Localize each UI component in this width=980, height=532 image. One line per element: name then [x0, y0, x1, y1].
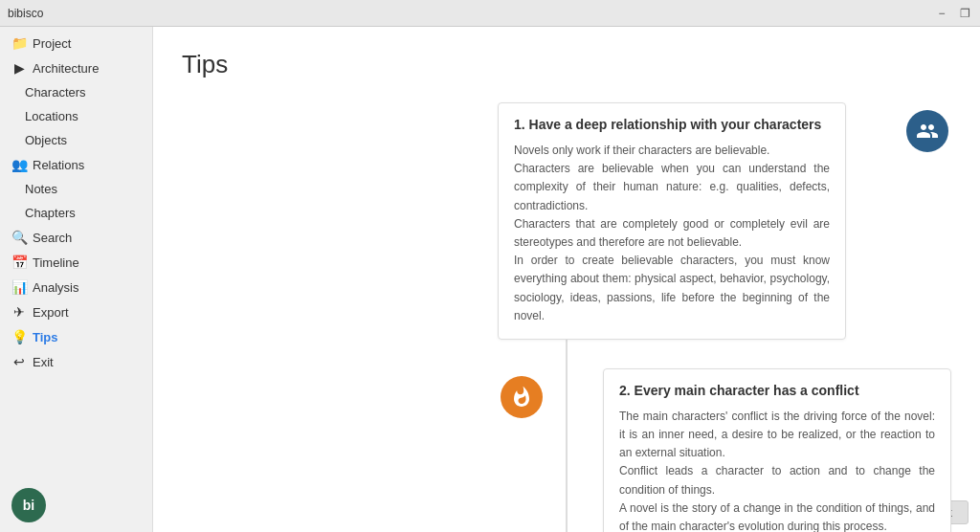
sidebar-item-label: Timeline: [33, 255, 79, 270]
minimize-button[interactable]: −: [934, 6, 949, 21]
tip-card-1: 1. Have a deep relationship with your ch…: [498, 102, 846, 340]
sidebar-item-chapters[interactable]: Chapters: [0, 201, 152, 225]
sidebar-item-label: Notes: [25, 182, 57, 196]
tip-icon-wrap-1: [903, 102, 951, 152]
export-icon: ✈: [11, 304, 27, 320]
sidebar-item-search[interactable]: 🔍 Search: [0, 225, 152, 250]
tip-row-2: 2. Every main character has a conflict T…: [182, 368, 951, 532]
sidebar-item-label: Locations: [25, 109, 78, 123]
sidebar-item-locations[interactable]: Locations: [0, 104, 152, 128]
tip-body-2: The main characters' conflict is the dri…: [619, 408, 935, 532]
timeline-icon: 📅: [11, 255, 27, 270]
tip-body-1: Novels only work if their characters are…: [514, 142, 830, 325]
sidebar-item-characters[interactable]: Characters: [0, 80, 152, 104]
sidebar-item-label: Search: [33, 231, 72, 245]
search-icon: 🔍: [11, 230, 27, 245]
sidebar-item-notes[interactable]: Notes: [0, 177, 152, 201]
sidebar-item-label: Tips: [33, 330, 58, 344]
sidebar-item-label: Project: [33, 36, 71, 51]
tip-card-2: 2. Every main character has a conflict T…: [603, 368, 951, 532]
sidebar-item-label: Analysis: [33, 280, 78, 295]
page-title: Tips: [182, 50, 951, 79]
sidebar-item-label: Architecture: [33, 61, 99, 76]
maximize-button[interactable]: ❐: [957, 6, 972, 21]
analysis-icon: 📊: [11, 279, 27, 295]
window-controls: − ❐: [934, 6, 972, 21]
logo-text: bi: [23, 498, 34, 513]
sidebar-item-exit[interactable]: ↩ Exit: [0, 349, 152, 374]
tip-icon-wrap-2: [498, 368, 546, 418]
sidebar-item-objects[interactable]: Objects: [0, 128, 152, 152]
title-bar: bibisco − ❐: [0, 0, 980, 27]
sidebar-item-label: Characters: [25, 85, 86, 100]
main-content: Tips 1. Have a deep relationship with yo…: [153, 27, 980, 532]
tip-heading-1: 1. Have a deep relationship with your ch…: [514, 117, 830, 132]
sidebar-item-architecture[interactable]: ▶ Architecture: [0, 55, 152, 80]
sidebar-item-timeline[interactable]: 📅 Timeline: [0, 250, 152, 275]
app-name: bibisco: [8, 7, 43, 20]
app-logo: bi: [0, 478, 152, 532]
sidebar-item-label: Relations: [33, 158, 84, 172]
sidebar-item-analysis[interactable]: 📊 Analysis: [0, 275, 152, 299]
tips-icon: 💡: [11, 329, 27, 344]
chevron-right-icon: ▶: [11, 60, 27, 76]
sidebar-item-label: Exit: [33, 355, 54, 369]
tip-icon-2: [501, 376, 543, 418]
sidebar-item-label: Export: [33, 305, 69, 320]
project-icon: 📁: [11, 35, 27, 51]
tips-container: 1. Have a deep relationship with your ch…: [182, 102, 951, 532]
sidebar-item-project[interactable]: 📁 Project: [0, 31, 152, 55]
sidebar-item-label: Chapters: [25, 206, 76, 220]
sidebar-item-export[interactable]: ✈ Export: [0, 299, 152, 324]
relations-icon: 👥: [11, 157, 27, 172]
tip-row-1: 1. Have a deep relationship with your ch…: [182, 102, 951, 340]
sidebar-item-label: Objects: [25, 133, 67, 147]
sidebar: 📁 Project ▶ Architecture Characters Loca…: [0, 27, 153, 532]
exit-icon: ↩: [11, 354, 27, 369]
tip-heading-2: 2. Every main character has a conflict: [619, 383, 935, 398]
sidebar-item-relations[interactable]: 👥 Relations: [0, 152, 152, 177]
app-body: 📁 Project ▶ Architecture Characters Loca…: [0, 27, 980, 532]
tip-icon-1: [906, 110, 948, 152]
sidebar-item-tips[interactable]: 💡 Tips: [0, 324, 152, 349]
logo-circle: bi: [11, 488, 46, 522]
